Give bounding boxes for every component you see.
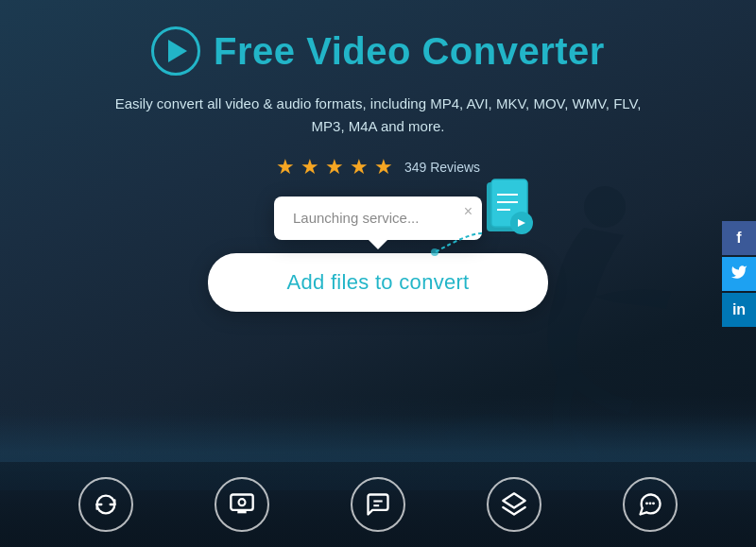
star-1: ★ [276, 155, 295, 179]
svg-rect-9 [231, 495, 252, 510]
svg-point-8 [431, 248, 438, 256]
app-title: Free Video Converter [214, 30, 605, 73]
social-sidebar: f in [722, 221, 756, 327]
star-3: ★ [325, 155, 344, 179]
stars-row: ★ ★ ★ ★ ★ 349 Reviews [276, 155, 480, 179]
facebook-icon: f [736, 230, 741, 247]
title-row: Free Video Converter [151, 26, 605, 76]
svg-point-10 [239, 499, 246, 505]
chat-button[interactable] [351, 477, 405, 532]
linkedin-icon: in [732, 301, 746, 318]
twitter-button[interactable] [722, 257, 756, 291]
app-logo [151, 26, 200, 76]
app-subtitle: Easily convert all video & audio formats… [113, 93, 643, 138]
twitter-icon [730, 264, 747, 284]
star-5: ★ [374, 155, 393, 179]
add-files-button[interactable]: Add files to convert [208, 253, 548, 312]
star-2: ★ [301, 155, 319, 179]
convert-button[interactable] [78, 477, 133, 532]
star-4: ★ [350, 155, 369, 179]
layers-button[interactable] [487, 477, 541, 532]
screen-button[interactable] [215, 477, 269, 532]
tooltip-close-button[interactable]: × [464, 204, 472, 219]
support-button[interactable] [623, 477, 678, 532]
linkedin-button[interactable]: in [722, 293, 756, 327]
bottom-toolbar [0, 462, 756, 547]
reviews-count: 349 Reviews [404, 160, 480, 175]
file-icon-float [482, 178, 539, 248]
svg-marker-15 [503, 493, 524, 507]
facebook-button[interactable]: f [722, 221, 756, 255]
tooltip-text: Launching service... [293, 210, 419, 226]
tooltip-wrapper: Launching service... × [274, 197, 482, 240]
